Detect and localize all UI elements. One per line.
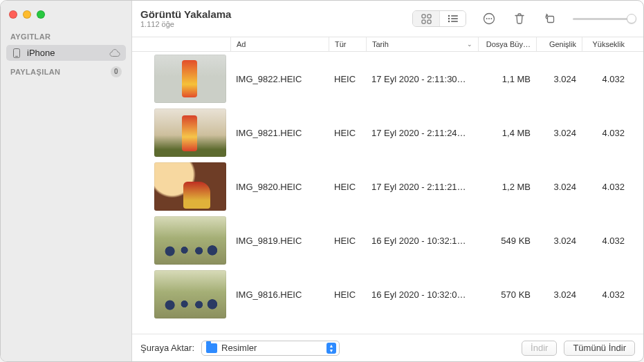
svg-rect-4	[422, 20, 425, 23]
column-name-label: Ad	[237, 40, 246, 48]
delete-button[interactable]	[510, 10, 528, 27]
toolbar-actions	[480, 10, 559, 27]
phone-icon	[12, 48, 21, 58]
cell-type: HEIC	[329, 128, 366, 138]
cell-height: 4.032	[582, 74, 630, 84]
table-body: IMG_9822.HEICHEIC17 Eyl 2020 - 2:11:30…1…	[132, 52, 643, 334]
svg-point-8	[448, 18, 449, 19]
svg-rect-3	[427, 15, 431, 18]
thumbnail-image	[154, 270, 226, 318]
grid-icon	[421, 14, 432, 24]
cell-type: HEIC	[329, 182, 366, 192]
select-stepper-icon: ▲▼	[326, 343, 336, 354]
cell-thumbnail	[132, 216, 230, 265]
cell-type: HEIC	[329, 236, 366, 246]
list-view-button[interactable]	[439, 11, 466, 26]
import-to-label: Şuraya Aktar:	[140, 343, 194, 353]
titlebar: Görüntü Yakalama 1.112 öğe	[132, 1, 643, 37]
column-width[interactable]: Genişlik	[536, 37, 582, 51]
cell-date: 16 Eyl 2020 - 10:32:1…	[366, 236, 478, 246]
column-date[interactable]: Tarih ⌄	[366, 37, 478, 51]
destination-select[interactable]: Resimler ▲▼	[201, 341, 340, 356]
column-name[interactable]: Ad	[230, 37, 329, 51]
title-block: Görüntü Yakalama 1.112 öğe	[140, 8, 231, 29]
cell-size: 549 KB	[478, 236, 536, 246]
minimize-window-button[interactable]	[23, 10, 31, 19]
cell-width: 3.024	[536, 289, 582, 300]
cell-height: 4.032	[582, 128, 630, 138]
app-window: AYGITLAR iPhone PAYLAŞILAN 0 Görüntü Yak…	[0, 0, 644, 362]
download-all-button[interactable]: Tümünü İndir	[564, 341, 635, 356]
footer: Şuraya Aktar: Resimler ▲▼ İndir Tümünü İ…	[132, 334, 643, 361]
cell-size: 1,1 MB	[478, 74, 536, 84]
sidebar: AYGITLAR iPhone PAYLAŞILAN 0	[1, 1, 132, 361]
svg-rect-11	[451, 21, 458, 22]
grid-view-button[interactable]	[413, 11, 439, 26]
cell-size: 570 KB	[478, 289, 536, 300]
column-type[interactable]: Tür	[329, 37, 366, 51]
folder-icon	[206, 343, 217, 353]
main-panel: Görüntü Yakalama 1.112 öğe	[132, 1, 643, 361]
cell-height: 4.032	[582, 182, 630, 192]
sidebar-item-iphone[interactable]: iPhone	[6, 45, 126, 61]
table-row[interactable]: IMG_9820.HEICHEIC17 Eyl 2020 - 2:11:21…1…	[132, 160, 643, 213]
sidebar-section-shared-label: PAYLAŞILAN	[10, 68, 60, 76]
ellipsis-circle-icon	[483, 12, 495, 25]
close-window-button[interactable]	[9, 10, 17, 19]
table-header: Ad Tür Tarih ⌄ Dosya Büy… Genişlik Yükse…	[132, 37, 643, 52]
table-row[interactable]: IMG_9822.HEICHEIC17 Eyl 2020 - 2:11:30…1…	[132, 52, 643, 106]
svg-point-14	[488, 18, 490, 19]
zoom-track[interactable]	[573, 18, 635, 20]
column-thumbnail[interactable]	[132, 37, 230, 51]
cell-width: 3.024	[536, 182, 582, 192]
zoom-knob[interactable]	[627, 14, 636, 23]
svg-rect-1	[15, 56, 18, 57]
cell-name: IMG_9820.HEIC	[230, 182, 329, 192]
cell-name: IMG_9816.HEIC	[230, 289, 329, 300]
sidebar-item-label: iPhone	[27, 48, 55, 58]
cell-date: 17 Eyl 2020 - 2:11:24…	[366, 128, 478, 138]
sidebar-section-devices-label: AYGITLAR	[10, 32, 50, 41]
cell-size: 1,4 MB	[478, 128, 536, 138]
table-row[interactable]: IMG_9819.HEICHEIC16 Eyl 2020 - 10:32:1…5…	[132, 213, 643, 267]
column-date-label: Tarih	[372, 40, 389, 48]
cell-width: 3.024	[536, 128, 582, 138]
table-row[interactable]: IMG_9821.HEICHEIC17 Eyl 2020 - 2:11:24…1…	[132, 106, 643, 160]
app-title: Görüntü Yakalama	[140, 8, 231, 20]
svg-rect-2	[422, 15, 425, 18]
cell-type: HEIC	[329, 289, 366, 300]
thumbnail-image	[154, 216, 226, 265]
sort-descending-icon: ⌄	[467, 41, 472, 48]
table-row[interactable]: IMG_9816.HEICHEIC16 Eyl 2020 - 10:32:0…5…	[132, 267, 643, 321]
cell-date: 17 Eyl 2020 - 2:11:30…	[366, 74, 478, 84]
svg-rect-7	[451, 15, 458, 17]
cell-date: 16 Eyl 2020 - 10:32:0…	[366, 289, 478, 300]
column-height-label: Yükseklik	[593, 40, 625, 48]
cell-date: 17 Eyl 2020 - 2:11:21…	[366, 182, 478, 192]
shared-count-badge: 0	[111, 66, 122, 77]
cloud-icon	[109, 49, 120, 57]
cell-width: 3.024	[536, 74, 582, 84]
column-height[interactable]: Yükseklik	[582, 37, 630, 51]
svg-point-15	[490, 18, 492, 19]
fullscreen-window-button[interactable]	[37, 10, 45, 19]
cell-type: HEIC	[329, 74, 366, 84]
svg-point-10	[448, 21, 449, 22]
cell-thumbnail	[132, 55, 230, 103]
cell-name: IMG_9822.HEIC	[230, 74, 329, 84]
cell-thumbnail	[132, 162, 230, 211]
cell-height: 4.032	[582, 289, 630, 300]
toolbar	[412, 10, 635, 27]
download-button[interactable]: İndir	[522, 341, 557, 356]
more-button[interactable]	[480, 10, 498, 27]
column-size[interactable]: Dosya Büy…	[478, 37, 536, 51]
cell-name: IMG_9821.HEIC	[230, 128, 329, 138]
cell-name: IMG_9819.HEIC	[230, 236, 329, 246]
svg-rect-9	[451, 18, 458, 19]
sidebar-section-devices: AYGITLAR	[1, 28, 131, 44]
rotate-button[interactable]	[541, 10, 559, 27]
zoom-slider[interactable]	[573, 18, 635, 20]
cell-thumbnail	[132, 270, 230, 318]
column-size-label: Dosya Büy…	[486, 40, 531, 48]
column-width-label: Genişlik	[549, 40, 576, 48]
